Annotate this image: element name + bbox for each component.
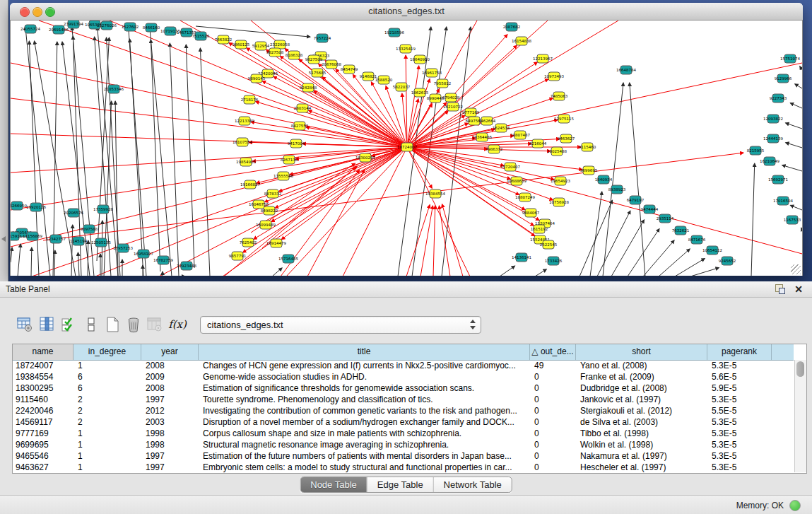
table-header-row[interactable]: namein_degreeyeartitle△ out_de...shortpa… bbox=[13, 344, 794, 361]
graph-node[interactable]: 8466160 bbox=[143, 23, 160, 32]
graph-node[interactable]: 9827508 bbox=[266, 48, 284, 57]
citation-network-graph[interactable]: 2405572420691406239913941065325715276026… bbox=[11, 21, 802, 276]
column-header-title[interactable]: title bbox=[199, 344, 530, 360]
table-row[interactable]: 946554611997Estimation of the future num… bbox=[13, 450, 794, 462]
graph-node[interactable]: 9857791 bbox=[229, 252, 247, 260]
graph-node[interactable]: 1733426 bbox=[545, 257, 563, 265]
graph-node[interactable]: 9463627 bbox=[558, 134, 575, 143]
table-row[interactable]: 946362711997Embryonic stem cells: a mode… bbox=[13, 462, 794, 472]
graph-node[interactable]: 7955812 bbox=[434, 79, 452, 88]
graph-node[interactable]: 12444139 bbox=[763, 134, 783, 143]
graph-node[interactable]: 1840934 bbox=[595, 175, 613, 184]
column-header-year[interactable]: year bbox=[141, 344, 199, 360]
table-row[interactable]: 1830029562008Estimation of significance … bbox=[13, 382, 794, 394]
table-row[interactable]: 1456911722003Disruption of a novel membe… bbox=[13, 416, 794, 428]
graph-node[interactable]: 17016504 bbox=[773, 197, 793, 205]
graph-node[interactable]: 12975115 bbox=[554, 115, 574, 123]
graph-node[interactable]: 9227343 bbox=[770, 94, 787, 103]
graph-node[interactable]: 10756928 bbox=[549, 198, 569, 206]
graph-node[interactable]: 12923448 bbox=[177, 262, 196, 270]
graph-node[interactable]: 9417004 bbox=[288, 139, 305, 148]
table-select-dropdown[interactable]: citations_edges.txt bbox=[200, 316, 481, 334]
graph-node[interactable]: 18107554 bbox=[233, 138, 252, 146]
graph-node[interactable]: 16154838 bbox=[512, 37, 531, 45]
graph-node[interactable]: 16914479 bbox=[266, 239, 286, 247]
graph-node[interactable]: 12213389 bbox=[235, 117, 254, 125]
table-row[interactable]: 2242004622012Investigating the contribut… bbox=[13, 405, 794, 416]
graph-node[interactable]: 19654923 bbox=[551, 177, 570, 185]
graph-node[interactable]: 12093822 bbox=[763, 115, 783, 123]
tab-node-table[interactable]: Node Table bbox=[300, 477, 367, 492]
row-height-icon[interactable] bbox=[82, 315, 100, 334]
collapse-panel-arrow-icon[interactable] bbox=[1, 236, 6, 242]
graph-node[interactable]: 9474444 bbox=[641, 205, 659, 214]
tab-network-table[interactable]: Network Table bbox=[434, 477, 512, 492]
table-row[interactable]: 911546021997Tourette syndrome. Phenomeno… bbox=[13, 394, 794, 405]
graph-node[interactable]: 8215955 bbox=[747, 146, 765, 155]
graph-node[interactable]: 9129966 bbox=[775, 74, 792, 83]
graph-node[interactable]: 1527602 bbox=[122, 23, 139, 31]
graph-node[interactable]: 19166827 bbox=[240, 180, 260, 189]
graph-node[interactable]: 1167533 bbox=[784, 216, 801, 224]
graph-node[interactable]: 9242848 bbox=[300, 83, 317, 92]
graph-node[interactable]: 8186328 bbox=[286, 51, 303, 59]
column-header-pagerank[interactable]: pagerank bbox=[707, 344, 772, 360]
graph-node[interactable]: 7986372 bbox=[486, 145, 503, 153]
column-header-out_de[interactable]: △ out_de... bbox=[530, 344, 576, 360]
table-vertical-scrollbar[interactable] bbox=[794, 360, 806, 472]
graph-node[interactable]: 15692971 bbox=[768, 175, 788, 184]
graph-node[interactable]: 7632621 bbox=[672, 226, 690, 235]
graph-node[interactable]: 8267130 bbox=[281, 156, 298, 164]
graph-node[interactable]: 7485063 bbox=[551, 92, 568, 100]
select-columns-icon[interactable] bbox=[38, 315, 57, 334]
table-row[interactable]: 1938455462009Genome-wide association stu… bbox=[13, 371, 794, 382]
graph-node[interactable]: 9115460 bbox=[579, 143, 596, 151]
column-header-short[interactable]: short bbox=[576, 344, 707, 360]
table-row[interactable]: 1872400712008Changes of HCN gene express… bbox=[13, 360, 794, 371]
scrollbar-thumb[interactable] bbox=[796, 361, 804, 377]
graph-node[interactable]: 23226058 bbox=[270, 40, 290, 49]
graph-node[interactable]: 13325419 bbox=[396, 45, 416, 53]
graph-node[interactable]: 17359928 bbox=[93, 205, 113, 214]
graph-node[interactable]: 10025488 bbox=[547, 147, 567, 156]
table-settings-icon[interactable] bbox=[16, 315, 34, 334]
selection-mode-icon[interactable] bbox=[59, 315, 78, 334]
graph-node[interactable]: 2718176 bbox=[241, 95, 259, 104]
graph-node[interactable]: 9860125 bbox=[233, 40, 250, 49]
graph-node[interactable]: 2087682 bbox=[503, 23, 521, 31]
network-canvas[interactable]: 2405572420691406239913941065325715276026… bbox=[10, 21, 803, 276]
graph-node[interactable]: 12342757 bbox=[46, 235, 66, 243]
close-panel-icon[interactable]: ✕ bbox=[792, 284, 805, 295]
graph-node[interactable]: 9146821 bbox=[360, 72, 377, 81]
graph-node[interactable]: 7957224 bbox=[314, 34, 331, 42]
graph-node[interactable]: 9245652 bbox=[719, 257, 736, 265]
network-view-window[interactable]: citations_edges.txt 24055724206914062399… bbox=[10, 3, 803, 276]
graph-node[interactable]: 7663822 bbox=[215, 35, 233, 44]
tab-edge-table[interactable]: Edge Table bbox=[367, 477, 434, 492]
table-row[interactable]: 977716911998Corpus callosum shape and si… bbox=[13, 428, 794, 439]
graph-node[interactable]: 10654112 bbox=[702, 246, 722, 255]
graph-node[interactable]: 1588520 bbox=[375, 76, 393, 84]
graph-node[interactable]: 6479197 bbox=[627, 196, 645, 204]
new-table-icon[interactable] bbox=[103, 315, 122, 334]
graph-node[interactable]: 16210649 bbox=[760, 157, 779, 165]
graph-node[interactable]: 19854905 bbox=[236, 158, 256, 166]
window-resize-grip[interactable] bbox=[791, 264, 801, 274]
graph-node[interactable]: 10807487 bbox=[510, 131, 530, 139]
graph-node[interactable]: 20691406 bbox=[49, 25, 69, 34]
graph-node[interactable]: 15720407 bbox=[500, 163, 520, 171]
graph-node[interactable]: 8471676 bbox=[688, 235, 706, 244]
graph-node[interactable]: 20676068 bbox=[322, 60, 341, 69]
graph-node[interactable]: 9699695 bbox=[580, 166, 598, 175]
graph-node[interactable]: 5822037 bbox=[393, 83, 411, 91]
graph-node[interactable]: 5912954 bbox=[252, 42, 270, 50]
float-panel-icon[interactable] bbox=[774, 284, 787, 295]
delete-table-icon[interactable] bbox=[124, 315, 143, 334]
column-header-in_degree[interactable]: in_degree bbox=[73, 344, 141, 360]
graph-node[interactable]: 8938923 bbox=[608, 185, 626, 194]
graph-node[interactable]: 8454749 bbox=[341, 65, 358, 74]
column-header-name[interactable]: name bbox=[13, 344, 73, 360]
graph-node[interactable]: 15751074 bbox=[780, 54, 800, 63]
graph-node[interactable]: 16648784 bbox=[616, 66, 636, 74]
graph-node[interactable]: 25266950 bbox=[11, 201, 27, 210]
